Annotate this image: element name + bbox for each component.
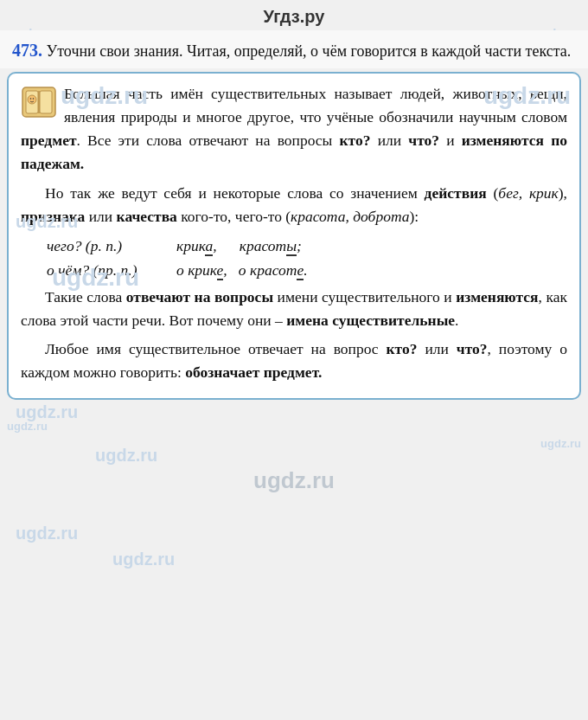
task-number: 473. bbox=[12, 41, 42, 60]
wm-bottom-1: ugdz.ru bbox=[7, 420, 48, 433]
svg-point-5 bbox=[30, 98, 32, 100]
paragraph-3: Такие слова отвечают на вопросы имени су… bbox=[21, 286, 567, 332]
svg-rect-2 bbox=[40, 91, 52, 113]
paragraph-4: Любое имя существительное отвечает на во… bbox=[21, 338, 567, 384]
site-title: Угдз.ру bbox=[264, 7, 325, 26]
case-2-words: о крике, о красоте. bbox=[176, 258, 308, 282]
ending-e2: е bbox=[297, 261, 304, 280]
main-content-box: ugdz.ru ugdz.ru ugdz.ru ugdz.ru ugdz.ru … bbox=[7, 72, 581, 400]
case-row-2: о чём? (пр. п.) о крике, о красоте. bbox=[47, 258, 567, 282]
wm-med-5: ugdz.ru bbox=[112, 550, 175, 569]
bold-kto: кто? bbox=[340, 132, 371, 149]
italic-krasota-dobrota: красота, доброта bbox=[291, 208, 409, 225]
case-table: чего? (р. п.) крика, красоты; о чём? (пр… bbox=[47, 234, 567, 282]
ending-e1: е bbox=[217, 261, 224, 280]
svg-point-4 bbox=[28, 95, 36, 104]
task-description: Уточни свои знания. Читая, определяй, о … bbox=[47, 42, 572, 60]
bold-kto2: кто? bbox=[387, 340, 418, 357]
bold-otvechayut: отвечают на вопросы bbox=[126, 288, 273, 305]
wm-med-4: ugdz.ru bbox=[16, 524, 78, 543]
italic-beg-krik: бег, крик bbox=[498, 184, 558, 202]
paragraph-2: Но так же ведут себя и некоторые слова с… bbox=[21, 182, 567, 228]
bold-chto2: что? bbox=[457, 340, 488, 357]
bold-oznachaet: обозначает предмет. bbox=[185, 363, 322, 381]
case-2-label: о чём? (пр. п.) bbox=[47, 258, 159, 282]
bottom-area: ugdz.ru ugdz.ru bbox=[0, 407, 588, 459]
site-header: Угдз.ру bbox=[0, 0, 588, 30]
footer-watermark-area: ugdz.ru bbox=[0, 459, 588, 508]
bold-imena: имена существительные bbox=[286, 312, 455, 329]
bold-predmet: предмет bbox=[21, 132, 77, 149]
ending-a: а bbox=[205, 237, 213, 256]
ending-y: ы bbox=[286, 237, 297, 256]
bold-deystviya: действия bbox=[425, 184, 487, 202]
wm-bottom-2: ugdz.ru bbox=[540, 437, 581, 450]
book-icon bbox=[21, 84, 57, 120]
p1-text: Большая часть имён существительных назыв… bbox=[21, 85, 567, 172]
svg-point-6 bbox=[33, 98, 35, 100]
bold-izmenyayutsya: изменяются по падежам. bbox=[21, 132, 567, 172]
content-text: Большая часть имён существительных назыв… bbox=[21, 82, 567, 384]
bold-chto: что? bbox=[408, 132, 439, 149]
case-1-words: крика, красоты; bbox=[176, 234, 302, 258]
task-area: 473. Уточни свои знания. Читая, определя… bbox=[0, 30, 588, 68]
bold-priznaka: признака bbox=[21, 208, 85, 225]
case-row-1: чего? (р. п.) крика, красоты; bbox=[47, 234, 567, 258]
case-1-label: чего? (р. п.) bbox=[47, 234, 159, 258]
bold-kachestva: качества bbox=[117, 208, 177, 225]
bold-izmenyayutsya2: изменяются bbox=[456, 288, 538, 305]
footer-watermark: ugdz.ru bbox=[253, 467, 335, 493]
paragraph-1: Большая часть имён существительных назыв… bbox=[21, 82, 567, 177]
